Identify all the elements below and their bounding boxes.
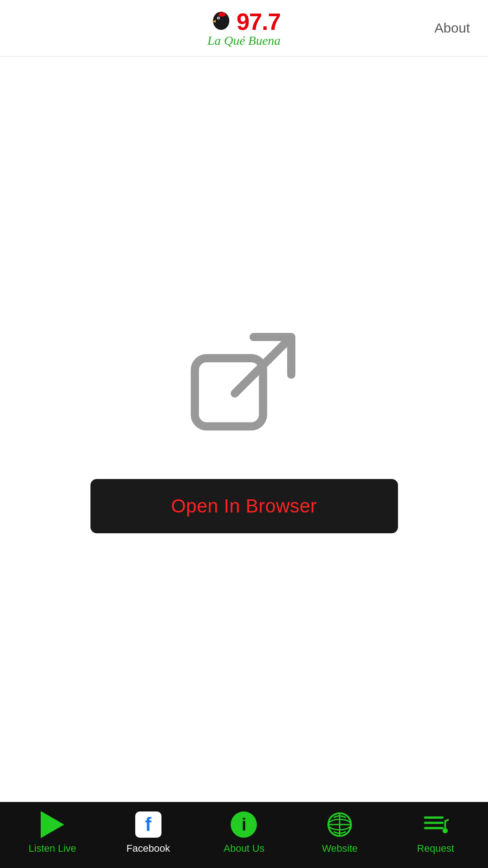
- play-icon: [39, 811, 66, 838]
- svg-line-17: [445, 819, 449, 821]
- external-link-icon: [185, 325, 303, 443]
- globe-icon: [326, 811, 353, 838]
- svg-point-4: [218, 18, 219, 19]
- svg-rect-6: [194, 358, 263, 427]
- about-button[interactable]: About: [435, 20, 470, 36]
- bird-logo-icon: [208, 8, 235, 35]
- tab-request-label: Request: [417, 843, 454, 854]
- svg-point-15: [443, 828, 448, 834]
- tab-facebook-label: Facebook: [126, 843, 170, 854]
- tab-about-us-label: About Us: [223, 843, 265, 854]
- header: 97.7 La Qué Buena About: [0, 0, 488, 57]
- tab-bar: Listen Live f Facebook i About Us: [0, 802, 488, 868]
- tab-website-label: Website: [322, 843, 358, 854]
- info-icon: i: [230, 811, 257, 838]
- tab-about-us[interactable]: i About Us: [196, 811, 292, 854]
- tab-listen-live[interactable]: Listen Live: [5, 811, 100, 854]
- app-logo: 97.7 La Qué Buena: [208, 8, 281, 48]
- facebook-icon: f: [135, 811, 162, 838]
- request-icon: [422, 811, 449, 838]
- tab-website[interactable]: Website: [292, 811, 388, 854]
- open-browser-button[interactable]: Open In Browser: [90, 479, 398, 533]
- main-content: Open In Browser: [0, 57, 488, 802]
- tab-listen-live-label: Listen Live: [28, 843, 76, 854]
- logo-subtitle: La Qué Buena: [208, 33, 281, 48]
- svg-point-5: [218, 12, 226, 17]
- tab-facebook[interactable]: f Facebook: [100, 811, 196, 854]
- tab-request[interactable]: Request: [388, 811, 483, 854]
- logo-number: 97.7: [237, 10, 280, 33]
